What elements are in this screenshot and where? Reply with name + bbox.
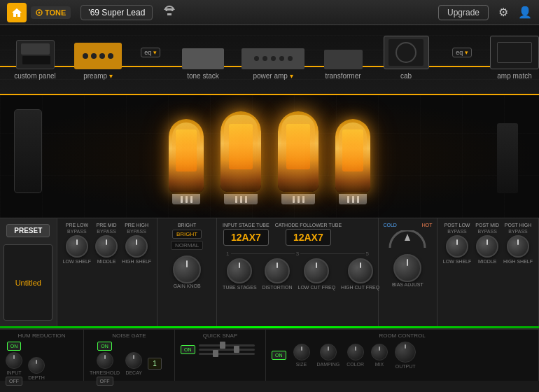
custom-panel-image (16, 34, 55, 69)
distortion-knob[interactable] (265, 258, 290, 284)
right-component (497, 123, 518, 193)
tube-pin (186, 196, 188, 203)
tube-1-inner (176, 130, 197, 172)
cathode-tube-value[interactable]: 12AX7 (286, 229, 331, 246)
post-low-bottom-label: LOW SHELF (443, 259, 471, 264)
tone-label: TONE (45, 8, 66, 17)
noise-gate-controls: ON THRESHOLD OFF DECAY 1 (90, 342, 169, 386)
size-knob[interactable] (293, 344, 310, 360)
mix-knob[interactable] (371, 344, 388, 360)
tube-4 (334, 117, 372, 204)
post-mid-top-label: POST MID (475, 223, 499, 227)
chain-item-transformer[interactable]: transformer (315, 34, 371, 80)
preset-button[interactable]: PRESET (6, 224, 50, 237)
tube-pin (240, 196, 242, 203)
bias-adjust-knob[interactable] (393, 254, 421, 282)
left-component (14, 109, 42, 193)
depth-knob[interactable] (28, 357, 45, 374)
cold-label: COLD (383, 223, 396, 227)
chain-item-preamp[interactable]: preamp ▾ (70, 34, 126, 80)
tone-logo[interactable]: TONE (31, 6, 71, 19)
preset-name-box[interactable]: Untitled (4, 244, 52, 321)
gain-knob[interactable] (173, 255, 201, 284)
chain-item-custom-panel[interactable]: custom panel (7, 34, 63, 80)
pa-knob-1 (254, 56, 259, 61)
chain-item-eq1[interactable]: eq ▾ (130, 48, 172, 80)
tube-1-glass (167, 117, 205, 194)
chain-item-cab[interactable]: cab (378, 34, 434, 80)
distortion-item: DISTORTION (262, 258, 293, 290)
tube-1-outer (169, 119, 204, 192)
normal-value[interactable]: NORMAL (171, 241, 203, 250)
threshold-knob[interactable] (97, 352, 113, 369)
post-low-knob[interactable] (446, 235, 468, 258)
post-high-knob[interactable] (507, 235, 529, 258)
preamp-knob-2 (91, 53, 97, 59)
hum-reduction-on-btn[interactable]: ON (7, 342, 22, 351)
tube-2 (219, 108, 262, 204)
post-mid-bypass: BYPASS (477, 229, 497, 234)
chain-item-tonestack[interactable]: tone stack (175, 34, 231, 80)
profile-button[interactable]: 👤 (518, 6, 532, 19)
pre-low-top-label: PRE LOW (66, 223, 88, 227)
gain-section: BRIGHT BRIGHT NORMAL GAIN KNOB (158, 218, 217, 326)
chain-item-ampmatch[interactable]: amp match (486, 34, 539, 80)
upgrade-button[interactable]: Upgrade (438, 5, 489, 20)
hum-reduction-off-btn[interactable]: OFF (6, 377, 22, 386)
bright-label: BRIGHT (178, 223, 196, 227)
mix-label: MIX (375, 362, 384, 367)
bias-adjust-label: BIAS ADJUST (392, 282, 424, 287)
pre-mid-knob[interactable] (95, 235, 118, 258)
low-cut-knob[interactable] (304, 258, 329, 284)
room-control-on-btn[interactable]: ON (272, 351, 286, 360)
hum-reduction-controls: ON INPUT OFF DEPTH (6, 342, 78, 386)
tube-stages-knob[interactable] (227, 258, 252, 284)
bright-value[interactable]: BRIGHT (172, 230, 202, 239)
chain-item-eq2[interactable]: eq ▾ (441, 48, 483, 80)
pre-mid-bottom-label: MIDDLE (97, 259, 115, 264)
preamp-box (74, 43, 122, 69)
svg-marker-2 (405, 234, 410, 241)
input-knob-label: INPUT (7, 370, 22, 375)
pre-eq-knob-row: PRE LOW BYPASS LOW SHELF PRE MID BYPASS … (63, 223, 151, 264)
tube-3-inner (286, 124, 310, 169)
preamp-label: preamp ▾ (83, 72, 113, 80)
high-cut-knob[interactable] (348, 258, 373, 284)
preamp-image (74, 34, 122, 69)
noise-gate-on-btn[interactable]: ON (97, 342, 112, 351)
pre-mid-top-label: PRE MID (97, 223, 117, 227)
post-high-item: POST HIGH BYPASS HIGH SHELF (503, 223, 533, 264)
preamp-knob-1 (83, 53, 88, 59)
tube-pin (190, 196, 192, 203)
preset-name-display[interactable]: '69 Super Lead (80, 5, 153, 20)
output-knob[interactable] (395, 342, 416, 363)
damping-knob[interactable] (320, 344, 337, 360)
tube-pin (298, 196, 300, 203)
custom-panel-label: custom panel (14, 72, 55, 80)
home-button[interactable] (7, 3, 27, 22)
eq2-badge: eq ▾ (452, 48, 472, 57)
noise-gate-display: 1 (148, 358, 162, 370)
tube-stages-label: TUBE STAGES (223, 285, 257, 290)
tube-pin (302, 196, 304, 203)
color-knob[interactable] (347, 344, 364, 360)
pre-high-knob[interactable] (125, 235, 148, 258)
noise-gate-off-btn[interactable]: OFF (97, 377, 113, 386)
pre-mid-item: PRE MID BYPASS MIDDLE (95, 223, 118, 264)
tube-section: INPUT STAGE TUBE 12AX7 CATHODE FOLLOWER … (217, 218, 379, 326)
chain-item-poweramp[interactable]: power amp ▾ (238, 34, 308, 80)
input-knob[interactable] (6, 352, 22, 369)
svg-point-1 (38, 11, 41, 13)
tube-1-base (172, 194, 200, 204)
input-tube-value[interactable]: 12AX7 (223, 229, 269, 246)
decay-knob[interactable] (125, 352, 142, 369)
input-tube-label: INPUT STAGE TUBE (223, 223, 270, 227)
quick-snap-on-btn[interactable]: ON (181, 345, 195, 354)
cab-inner (388, 39, 424, 66)
color-label: COLOR (346, 362, 364, 367)
noise-gate-section: NOISE GATE ON THRESHOLD OFF DECAY 1 (84, 330, 175, 381)
pre-low-knob[interactable] (66, 235, 88, 258)
post-mid-knob[interactable] (476, 235, 498, 258)
settings-button[interactable]: ⚙ (498, 6, 508, 19)
save-button[interactable] (162, 4, 176, 21)
